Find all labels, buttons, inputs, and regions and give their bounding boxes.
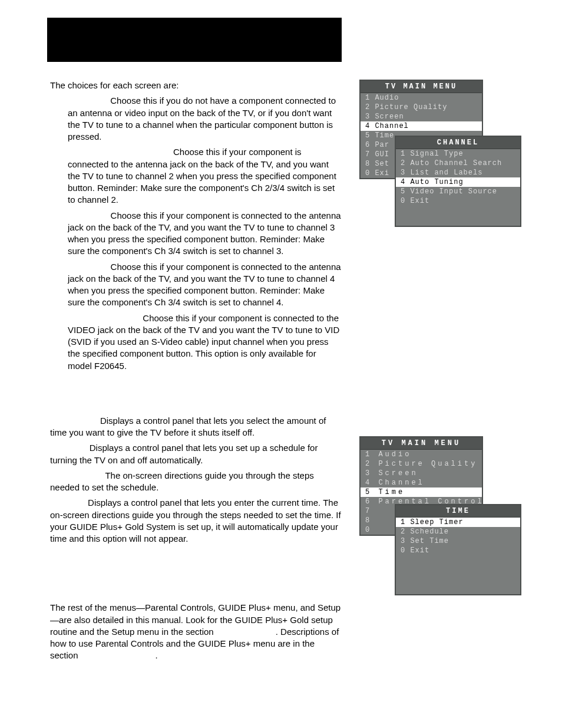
time-item-label: Schedule: [50, 443, 90, 453]
osd-row: 4 Channel: [361, 478, 482, 487]
rest-text-c: .: [155, 650, 157, 660]
time-item: Set Schedule The on-screen directions gu…: [50, 470, 342, 494]
time-item-label: Set Time: [50, 498, 88, 508]
osd-row: 1 Audio: [361, 450, 482, 459]
osd-row: 5 Video Input Source: [396, 187, 520, 196]
osd2-title: TV MAIN MENU: [361, 437, 482, 450]
option-item: Channel 3 Choose this if your component …: [50, 210, 342, 258]
option-label: Tune to Channel 2 (CH02): [68, 147, 173, 157]
osd-row: 3 Set Time: [396, 536, 520, 546]
osd-row: 0 Exit: [396, 546, 520, 555]
osd-row: 1 Audio: [361, 93, 482, 103]
osd-row: 2 Auto Channel Search: [396, 159, 520, 168]
osd-row: 5 Time: [361, 487, 482, 497]
time-item-label: Set Schedule: [50, 470, 105, 480]
osd-time-screenshot: TV MAIN MENU 1 Audio2 Picture Quality3 S…: [359, 436, 513, 536]
osd-row: 4 Auto Tuning: [396, 177, 520, 187]
osd-row: 1 Sleep Timer: [396, 518, 520, 527]
osd-row: 3 List and Labels: [396, 168, 520, 177]
time-item-text: Displays a control panel that lets you e…: [50, 498, 341, 543]
rest-ref-b: Using the Features: [81, 650, 156, 660]
osd-row: 2 Picture Quality: [361, 459, 482, 469]
osd-row: 2 Picture Quality: [361, 103, 482, 112]
time-item-label: Sleep Timer: [50, 416, 100, 426]
option-label: Channel 3: [68, 210, 111, 220]
osd-row: 3 Screen: [361, 112, 482, 121]
option-label: No Tuning: [68, 95, 110, 106]
option-item: Channel 4 Choose this if your component …: [50, 261, 342, 309]
rest-paragraph: The rest of the menus—Parental Controls,…: [50, 602, 342, 661]
option-label: Video Input (VID1): [68, 313, 143, 323]
time-item-text: Displays a control panel that lets you s…: [50, 443, 318, 465]
rest-heading: The Rest of the Menus: [50, 580, 342, 596]
osd-row: 2 Schedule: [396, 527, 520, 536]
osd-row: 0 Exit: [396, 196, 520, 206]
time-item: Set Time Displays a control panel that l…: [50, 497, 342, 545]
body-text: The choices for each screen are: No Tuni…: [50, 80, 342, 662]
osd1-title: TV MAIN MENU: [361, 81, 482, 93]
osd2-sub-title: TIME: [396, 505, 520, 518]
time-heading: Time Menu: [50, 393, 342, 409]
time-item: Schedule Displays a control panel that l…: [50, 442, 342, 466]
osd-row: 4 Channel: [361, 121, 482, 131]
option-label: Channel 4: [68, 262, 111, 272]
option-item: Video Input (VID1) Choose this if your c…: [50, 312, 342, 372]
intro-text: The choices for each screen are:: [50, 80, 342, 91]
option-item: Tune to Channel 2 (CH02) Choose this if …: [50, 146, 342, 206]
osd1-sub-title: CHANNEL: [396, 137, 520, 149]
time-item: Sleep Timer Displays a control panel tha…: [50, 415, 342, 439]
header-bar: [47, 18, 342, 62]
osd-row: 1 Signal Type: [396, 149, 520, 159]
rest-ref-a: Getting Started: [216, 627, 276, 637]
option-item: No Tuning Choose this if you do not have…: [50, 95, 342, 143]
osd-channel-screenshot: TV MAIN MENU 1 Audio2 Picture Quality3 S…: [359, 80, 513, 179]
osd-row: 3 Screen: [361, 469, 482, 478]
